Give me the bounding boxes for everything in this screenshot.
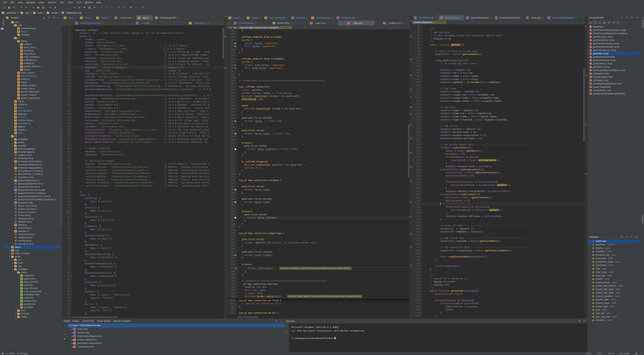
menu-run[interactable]: Run xyxy=(58,1,66,4)
database-item-system_kills_factions[interactable]: ▦system_kills_factions: table xyxy=(588,284,640,288)
new-session-icon[interactable]: + xyxy=(286,325,288,327)
menu-code[interactable]: Code xyxy=(37,1,46,4)
project-tree-item-app[interactable]: ▾app xyxy=(4,21,60,24)
menu-file[interactable]: File xyxy=(2,1,8,4)
todo-file-row[interactable]: ▸phpcortex.php xyxy=(67,327,284,331)
collapse-all-icon[interactable]: ⊼ xyxy=(625,16,628,19)
sync-icon[interactable]: ↻ xyxy=(620,236,624,238)
structure-item[interactable]: getConnectionData(): array xyxy=(588,45,640,49)
project-tree-item-system-html[interactable]: 5system.html xyxy=(4,302,60,306)
tab--landing-scss[interactable]: S_landing.scss× xyxy=(375,21,412,26)
rollback-icon[interactable]: ↩ xyxy=(121,5,126,10)
project-tree-item-raphael-min-js[interactable]: 10raphael-min.js xyxy=(4,220,60,223)
menu-help[interactable]: Help xyxy=(95,1,103,4)
database-item-system_kills_ships[interactable]: ▦system_kills_ships: table xyxy=(588,291,640,295)
expand-all-icon[interactable]: ⊻ xyxy=(620,16,624,19)
menu-vcs[interactable]: VCS xyxy=(75,1,83,4)
menu-edit[interactable]: Edit xyxy=(8,1,16,4)
statusbar-encoding[interactable]: UTF-8 xyxy=(608,352,614,354)
project-tree-item-blueimp-helper-js[interactable]: JSblueimp-helper.js xyxy=(4,150,60,154)
project-tree-item-form-element-js[interactable]: JSform_element.js xyxy=(4,74,60,78)
gear-icon[interactable]: ⚙ xyxy=(635,236,638,238)
structure-item[interactable]: hasAccess($accessObject): bool xyxy=(588,69,640,72)
close-session-icon[interactable]: ✕ xyxy=(286,330,288,333)
project-tree-item-init-js[interactable]: JSinit.js xyxy=(4,106,60,109)
redo-icon[interactable]: ↷ xyxy=(24,5,28,10)
project-tree-item-jquery-dragtoselect-js[interactable]: JSjquery.dragToSelect.js xyxy=(4,179,60,182)
project-tree-item-route-html[interactable]: 5route.html xyxy=(4,296,60,299)
project-tree-item-img[interactable]: ▸img xyxy=(4,264,60,268)
hide-panel-icon[interactable]: ⇤ xyxy=(57,16,60,19)
project-tree-item-requirejs[interactable]: ▸requirejs xyxy=(4,144,60,147)
editor-right[interactable]: 9091 /**92 * get map data93 * -> this in… xyxy=(412,25,587,318)
project-tree-item-jquery-easypiechart-min-js[interactable]: 10jquery.easypiechart.min.js xyxy=(4,182,60,185)
database-item-connection[interactable]: ▦connection: table xyxy=(588,257,640,260)
database-item-corporation[interactable]: ▦corporation: table xyxy=(588,264,640,267)
project-tree-item-system-signature-js[interactable]: JSsystem_signature.js xyxy=(4,97,60,100)
breadcrumb-item[interactable]: main xyxy=(33,12,43,14)
structure-item[interactable]: deleteAccessObject(accessObject) xyxy=(588,32,640,35)
project-tree-item-overlay-js[interactable]: JSoverlay.js xyxy=(4,33,60,36)
gear-icon[interactable]: ⚙ xyxy=(275,320,278,322)
tab-main-js[interactable]: JSmain.js× xyxy=(94,15,113,20)
todo-file-row[interactable]: ▸phpschema.php xyxy=(67,331,284,334)
project-tree-item-mustache-min-js[interactable]: 10mustache.min.js xyxy=(4,217,60,220)
project-tree-item-map[interactable]: ▾map xyxy=(4,24,60,27)
sort-visibility[interactable]: ⇅ xyxy=(593,21,597,24)
php-tool-icon[interactable]: php xyxy=(1,28,4,30)
minimize-icon[interactable]: ▁ xyxy=(280,320,283,322)
project-tree-item-dom-jsplumb-1-7-2-min-js[interactable]: 10dom.jsPlumb-1.7.2-min.js xyxy=(4,169,60,173)
terminal-prompt[interactable]: F:\webpages\exodus4d\pathfinder> xyxy=(292,336,586,340)
breadcrumb-item[interactable]: app xyxy=(20,12,29,14)
replace-icon[interactable]: ⊛ xyxy=(53,5,58,10)
project-tree-item-datatables[interactable]: ▸datatables xyxy=(4,138,60,141)
structure-item[interactable]: getData(): array xyxy=(588,52,640,55)
project-tree-item-page-js[interactable]: JSpage.js xyxy=(4,125,60,128)
project-tree-item-bootbox-min-js[interactable]: 10bootbox.min.js xyxy=(4,154,60,157)
tab-usermodel-php[interactable]: phpUserModel.php× xyxy=(412,15,438,20)
statusbar--todo[interactable]: 6: TODO xyxy=(6,352,14,354)
structure-item[interactable]: getCorporations(): array xyxy=(588,49,640,52)
scrollbar-left-editor[interactable] xyxy=(222,28,224,59)
more-icon[interactable]: » xyxy=(616,21,620,24)
statusbar-caret-position[interactable]: 147:1 xyxy=(586,352,591,354)
context-chip[interactable]: &:hover xyxy=(280,26,292,29)
tab-app-js[interactable]: JSapp.js× xyxy=(136,15,153,20)
project-tree-item-system-graph-js[interactable]: JSsystem_graph.js xyxy=(4,84,60,87)
structure-item[interactable]: save(): MapModel xyxy=(588,85,640,89)
todo-summary-row[interactable]: ▾Found 7 TODO items in 6 files xyxy=(67,323,284,327)
gear-icon[interactable]: ⚙ xyxy=(630,16,633,19)
tab-charactermodel-php[interactable]: phpCharacterModel.php× xyxy=(493,15,524,20)
export-icon[interactable]: ⎚ xyxy=(141,5,145,10)
statusbar-line-endings[interactable]: CRLF xyxy=(597,352,602,354)
back-icon[interactable]: ← xyxy=(60,5,65,10)
structure-stripe-button[interactable]: 7: Structure xyxy=(640,17,644,28)
menu-tools[interactable]: Tools xyxy=(66,1,75,4)
todo-file-row[interactable]: ▸JSsystem_signature.js xyxy=(67,338,284,341)
tab-systemmodel-php[interactable]: phpSystemModel.php× xyxy=(464,15,493,20)
database-stripe-button[interactable]: Database xyxy=(640,214,644,223)
database-item-wormhole[interactable]: ▦wormhole: table xyxy=(588,318,640,322)
structure-item[interactable]: getSystems(): array xyxy=(588,62,640,65)
todo-tab-current-file[interactable]: Current File xyxy=(82,320,94,322)
vcs-update-icon[interactable]: ⇓ xyxy=(99,5,104,10)
project-tree-item-logs[interactable]: ▸logs xyxy=(4,249,60,252)
tab-cortex-php[interactable]: phpcortex.php× xyxy=(524,15,546,20)
project-tree-item-css[interactable]: ▸css xyxy=(4,258,60,261)
database-item-system_jumps[interactable]: ▦system_jumps: table xyxy=(588,281,640,284)
project-tree-item-settings-html[interactable]: 5settings.html xyxy=(4,299,60,302)
inspection-profile-icon[interactable]: ☺ xyxy=(640,352,642,354)
project-tree-item-bootstrap-image-gallery-js[interactable]: JSbootstrap-image-gallery.js xyxy=(4,166,60,169)
coverage-icon[interactable]: ▨ xyxy=(87,5,92,10)
member-chip[interactable]: \Model\MapModel xyxy=(412,21,434,24)
previous-todo-icon[interactable]: ↑ xyxy=(64,324,65,327)
structure-item[interactable]: setUpdated(): void xyxy=(588,89,640,92)
project-tree-item-util-js[interactable]: JSutil.js xyxy=(4,131,60,135)
filter-icon[interactable]: ▼ xyxy=(64,338,66,340)
structure-item[interactable]: getCharactersData(): array xyxy=(588,42,640,45)
edit-icon[interactable]: ✎ xyxy=(630,236,633,238)
locate-icon[interactable]: ◎ xyxy=(42,16,46,19)
structure-item[interactable]: clearCacheData(clearKeys: array) xyxy=(588,28,640,32)
project-tree-item-modules[interactable]: ▸modules xyxy=(4,312,60,315)
project-tree-item-notification-js[interactable]: JSnotification.js xyxy=(4,59,60,62)
